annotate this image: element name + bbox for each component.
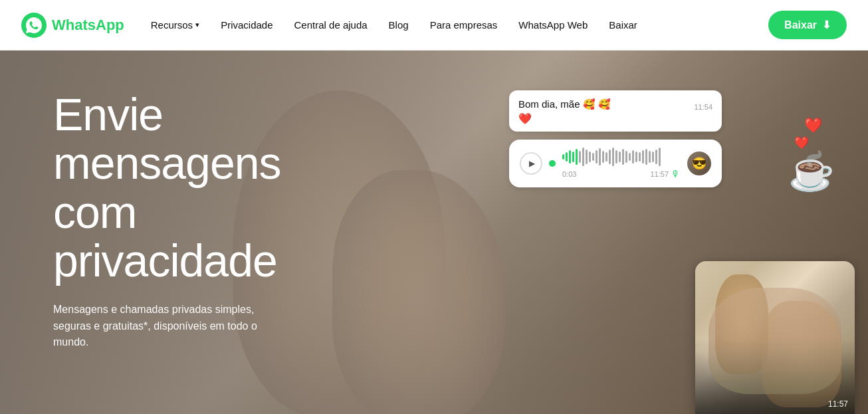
waveform-bar (615, 150, 617, 163)
hero-text-block: Envie mensagens com privacidade Mensagen… (0, 51, 346, 351)
logo-link[interactable]: WhatsApp (21, 13, 124, 38)
waveform-bar (582, 148, 584, 166)
logo-text: WhatsApp (52, 17, 124, 34)
chat-bubble-text: Bom dia, mãe 🥰 🥰 11:54 ❤️ (509, 90, 722, 132)
waveform-bar (562, 154, 564, 159)
waveform-bar (635, 152, 637, 162)
avatar-emoji: 😎 (692, 156, 706, 171)
heart-sticker-2: ❤️ (794, 136, 809, 150)
photo-thumbnail: 11:57 (695, 261, 855, 414)
waveform-bar (579, 151, 581, 163)
nav-link-whatsapp-web[interactable]: WhatsApp Web (518, 19, 588, 31)
coffee-sticker: ☕ (788, 153, 835, 190)
waveform-bar (589, 152, 591, 162)
voice-active-dot (549, 160, 556, 167)
nav-links: Recursos ▾ Privacidade Central de ajuda … (151, 19, 768, 31)
voice-top-row (562, 148, 681, 166)
nav-link-baixar[interactable]: Baixar (609, 19, 637, 31)
waveform-bar (566, 152, 568, 161)
navbar: WhatsApp Recursos ▾ Privacidade Central … (0, 0, 868, 51)
waveform-bar (619, 152, 621, 162)
microphone-icon: 🎙 (671, 169, 681, 179)
voice-avatar: 😎 (687, 152, 711, 175)
nav-link-privacidade[interactable]: Privacidade (221, 19, 272, 31)
waveform-bar (576, 149, 578, 165)
waveform-bar (622, 149, 624, 165)
waveform-bar (572, 152, 574, 162)
whatsapp-logo-icon (21, 13, 47, 38)
hero-section: Envie mensagens com privacidade Mensagen… (0, 51, 868, 414)
waveform-bar (596, 150, 597, 163)
nav-link-central-ajuda[interactable]: Central de ajuda (294, 19, 368, 31)
waveform-bar (632, 150, 634, 163)
waveform-bar (609, 150, 611, 164)
voice-waveform (562, 148, 681, 166)
chat-heart-emoji: ❤️ (518, 112, 712, 125)
voice-sent-time: 11:57 (650, 170, 669, 178)
waveform-bar (592, 153, 594, 161)
waveform-bar (605, 152, 607, 161)
cta-download-button[interactable]: Baixar ⬇ (768, 11, 847, 39)
waveform-bar (599, 148, 601, 165)
chat-time-1: 11:54 (689, 103, 712, 111)
waveform-bar (652, 152, 654, 162)
waveform-bar (569, 150, 571, 163)
voice-bubble-content: 0:03 11:57 🎙 (562, 148, 681, 179)
chevron-down-icon: ▾ (195, 21, 199, 29)
chat-message-text: Bom dia, mãe 🥰 🥰 (518, 97, 611, 111)
nav-link-recursos[interactable]: Recursos ▾ (151, 19, 199, 31)
play-button[interactable] (520, 152, 542, 175)
voice-elapsed-time: 0:03 (562, 170, 576, 178)
waveform-bar (655, 150, 657, 164)
voice-meta: 0:03 11:57 🎙 (562, 169, 681, 179)
photo-thumb-timestamp: 11:57 (828, 399, 848, 409)
waveform-bar (645, 149, 647, 165)
hero-subtext: Mensagens e chamadas privadas simples, s… (53, 302, 279, 351)
hero-chat-bubbles: Bom dia, mãe 🥰 🥰 11:54 ❤️ 0:03 11:57 🎙 (509, 90, 722, 187)
nav-link-blog[interactable]: Blog (389, 19, 409, 31)
waveform-bar (602, 151, 604, 163)
hero-headline: Envie mensagens com privacidade (53, 90, 346, 286)
nav-link-para-empresas[interactable]: Para empresas (430, 19, 498, 31)
photo-thumbnail-image: 11:57 (695, 261, 855, 414)
waveform-bar (659, 148, 661, 166)
waveform-bar (586, 150, 588, 164)
waveform-bar (639, 152, 641, 161)
waveform-bar (625, 151, 627, 163)
heart-sticker-1: ❤️ (804, 117, 822, 134)
waveform-bar (649, 151, 651, 163)
stickers-area: ❤️ ❤️ ☕ (788, 117, 835, 190)
waveform-bar (612, 148, 614, 166)
voice-message-bubble: 0:03 11:57 🎙 😎 (509, 140, 722, 187)
waveform-bar (642, 150, 644, 163)
download-icon: ⬇ (822, 19, 831, 31)
waveform-bar (629, 153, 631, 161)
